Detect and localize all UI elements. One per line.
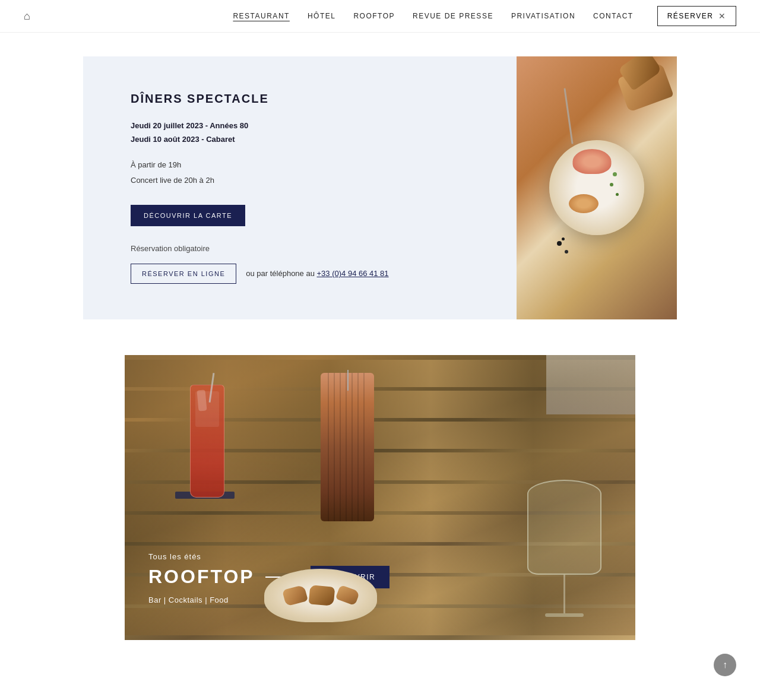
diners-title: DÎNERS SPECTACLE: [131, 92, 487, 106]
rooftop-wrapper: Tous les étés ROOFTOP DÉCOUVRIR Bar | Co…: [0, 355, 760, 640]
phone-intro: ou par téléphone au +33 (0)4 94 66 41 81: [246, 269, 388, 278]
section-rooftop: Tous les étés ROOFTOP DÉCOUVRIR Bar | Co…: [125, 355, 635, 640]
nav-privatisation[interactable]: PRIVATISATION: [511, 12, 575, 20]
nav-links: RESTAURANT HÔTEL ROOFTOP REVUE DE PRESSE…: [233, 6, 736, 26]
diners-info: À partir de 19h Concert live de 20h à 2h: [131, 157, 487, 188]
wine-glass: [525, 480, 603, 634]
nav-contact[interactable]: CONTACT: [593, 12, 634, 20]
lantern-decoration: [321, 373, 374, 521]
nav-rooftop[interactable]: ROOFTOP: [353, 12, 395, 20]
reserver-button[interactable]: RÉSERVER ✕: [657, 6, 736, 26]
diners-food-image: [517, 56, 677, 319]
patio-floor: [546, 355, 635, 414]
reserver-ligne-button[interactable]: RÉSERVER EN LIGNE: [131, 264, 236, 284]
cocktail-glass: [190, 385, 224, 498]
reservation-note: Réservation obligatoire: [131, 244, 487, 253]
navigation: ⌂ RESTAURANT HÔTEL ROOFTOP REVUE DE PRES…: [0, 0, 760, 33]
bread-bowl: [264, 569, 377, 622]
nav-revue[interactable]: REVUE DE PRESSE: [413, 12, 493, 20]
diners-info1: À partir de 19h: [131, 157, 487, 173]
diners-date2: Jeudi 10 août 2023 - Cabaret: [131, 132, 487, 146]
diners-date1: Jeudi 20 juillet 2023 - Années 80: [131, 119, 487, 132]
home-icon[interactable]: ⌂: [24, 10, 30, 23]
rooftop-subtitle: Tous les étés: [148, 552, 390, 561]
nav-restaurant[interactable]: RESTAURANT: [233, 12, 289, 20]
close-icon: ✕: [718, 11, 727, 21]
diners-info2: Concert live de 20h à 2h: [131, 173, 487, 188]
food-photo: [517, 56, 677, 319]
diners-dates: Jeudi 20 juillet 2023 - Années 80 Jeudi …: [131, 119, 487, 147]
phone-link[interactable]: +33 (0)4 94 66 41 81: [317, 269, 389, 278]
section-diners: DÎNERS SPECTACLE Jeudi 20 juillet 2023 -…: [83, 56, 677, 319]
nav-hotel[interactable]: HÔTEL: [308, 12, 336, 20]
diners-actions: RÉSERVER EN LIGNE ou par téléphone au +3…: [131, 264, 487, 284]
diners-card: DÎNERS SPECTACLE Jeudi 20 juillet 2023 -…: [83, 56, 517, 319]
page-content: DÎNERS SPECTACLE Jeudi 20 juillet 2023 -…: [0, 33, 760, 640]
decouvrir-carte-button[interactable]: DÉCOUVRIR LA CARTE: [131, 205, 245, 226]
reserver-label: RÉSERVER: [667, 12, 714, 20]
